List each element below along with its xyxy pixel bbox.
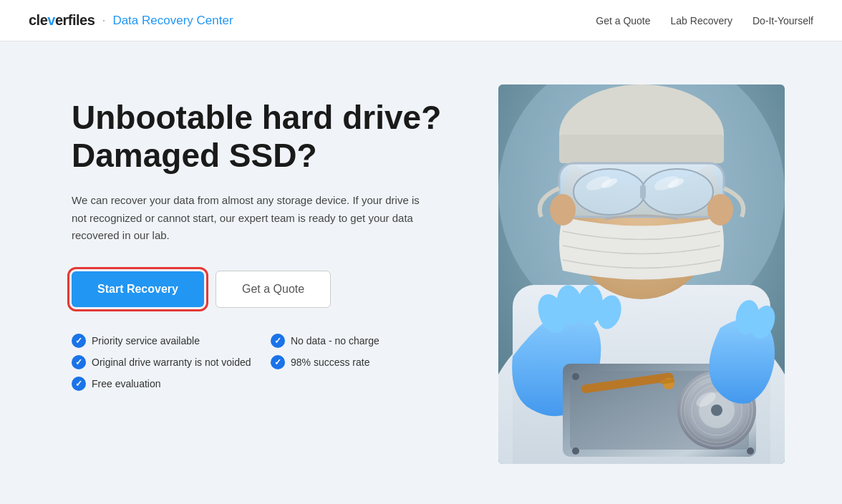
technician-image bbox=[498, 84, 785, 464]
hero-image bbox=[498, 84, 785, 464]
check-icon-no-data: ✓ bbox=[271, 334, 285, 348]
svg-point-25 bbox=[747, 447, 754, 455]
svg-point-32 bbox=[711, 404, 722, 416]
header: cleverfiles · Data Recovery Center Get a… bbox=[0, 0, 842, 42]
main-nav: Get a Quote Lab Recovery Do-It-Yourself bbox=[596, 15, 813, 26]
feature-free-eval: ✓ Free evaluation bbox=[72, 377, 455, 391]
logo-area: cleverfiles · Data Recovery Center bbox=[29, 12, 233, 29]
check-icon-success: ✓ bbox=[271, 355, 285, 369]
feature-priority-label: Priority service available bbox=[92, 335, 200, 346]
hero-description: We can recover your data from almost any… bbox=[72, 192, 422, 245]
svg-point-22 bbox=[572, 373, 579, 380]
feature-warranty: ✓ Original drive warranty is not voided bbox=[72, 355, 256, 369]
feature-no-data-label: No data - no charge bbox=[291, 335, 379, 346]
svg-point-14 bbox=[550, 194, 576, 226]
check-icon-priority: ✓ bbox=[72, 334, 86, 348]
feature-no-data: ✓ No data - no charge bbox=[271, 334, 455, 348]
svg-point-10 bbox=[642, 169, 713, 215]
hero-title: Unbootable hard drive? Damaged SSD? bbox=[72, 99, 455, 175]
logo-separator: · bbox=[102, 13, 105, 28]
start-recovery-button[interactable]: Start Recovery bbox=[72, 271, 204, 307]
nav-do-it-yourself[interactable]: Do-It-Yourself bbox=[753, 15, 813, 26]
logo-brand: cleverfiles bbox=[29, 12, 95, 29]
features-list: ✓ Priority service available ✓ No data -… bbox=[72, 334, 455, 391]
check-icon-warranty: ✓ bbox=[72, 355, 86, 369]
hero-buttons: Start Recovery Get a Quote bbox=[72, 271, 455, 308]
hero-left: Unbootable hard drive? Damaged SSD? We c… bbox=[72, 84, 455, 391]
check-icon-free-eval: ✓ bbox=[72, 377, 86, 391]
nav-lab-recovery[interactable]: Lab Recovery bbox=[671, 15, 732, 26]
svg-rect-7 bbox=[559, 135, 724, 163]
feature-success-label: 98% success rate bbox=[291, 357, 370, 368]
feature-warranty-label: Original drive warranty is not voided bbox=[92, 357, 251, 368]
nav-get-a-quote[interactable]: Get a Quote bbox=[596, 15, 650, 26]
logo-subtitle: Data Recovery Center bbox=[112, 14, 233, 28]
main-content: Unbootable hard drive? Damaged SSD? We c… bbox=[0, 42, 842, 504]
feature-success-rate: ✓ 98% success rate bbox=[271, 355, 455, 369]
svg-point-9 bbox=[574, 169, 645, 215]
svg-rect-11 bbox=[640, 185, 646, 199]
svg-point-15 bbox=[707, 194, 733, 226]
svg-point-24 bbox=[572, 447, 579, 455]
get-a-quote-button[interactable]: Get a Quote bbox=[216, 271, 331, 308]
feature-free-eval-label: Free evaluation bbox=[92, 378, 161, 389]
feature-priority: ✓ Priority service available bbox=[72, 334, 256, 348]
